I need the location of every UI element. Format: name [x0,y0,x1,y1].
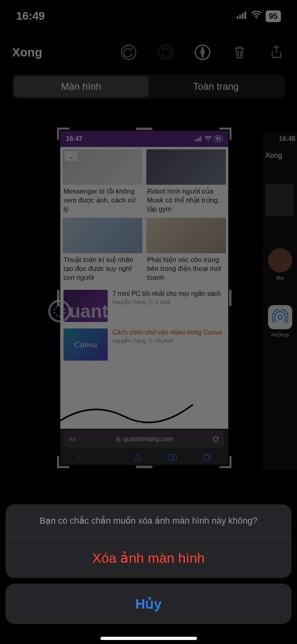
svg-rect-11 [200,136,201,141]
svg-rect-2 [242,13,244,19]
status-right: 95 [237,10,281,22]
article-caption: Messenger bị lỗi không xem được ảnh, các… [63,185,142,218]
inner-signal-icon [195,136,202,141]
forward-icon: › [105,452,108,462]
status-time: 16:49 [16,10,45,23]
lock-icon [115,436,121,442]
next-screenshot-peek[interactable]: 16:48 Xong Mẹ AirDrop [263,132,297,470]
list-time: 1 phút [155,299,170,305]
cancel-button[interactable]: Hủy [6,584,291,624]
chevron-down-icon: ⌄ [64,151,78,161]
svg-point-17 [278,315,282,319]
sheet-message: Bạn có chắc chắn muốn xóa ảnh màn hình n… [6,504,291,538]
article-thumb [146,218,226,253]
airdrop-label: AirDrop [263,332,297,338]
svg-rect-9 [197,138,198,141]
safari-toolbar: ‹ › [60,450,228,465]
url-text: quantrimang.com [123,436,173,443]
url-bar: AA quantrimang.com [64,430,224,448]
wifi-icon [251,11,262,21]
undo-icon[interactable] [120,44,137,61]
inner-status-bar: 16:47 95 [60,131,228,147]
share-icon[interactable] [268,44,285,61]
svg-rect-15 [117,439,120,441]
svg-rect-1 [239,15,241,19]
aa-button: AA [69,436,76,442]
peek-thumb [265,184,293,216]
screenshot-preview[interactable]: 16:47 95 ⌄ Messenger bị lỗi không xem đư… [60,131,228,465]
home-indicator[interactable] [100,637,197,640]
list-thumb: Canva [63,328,108,361]
segmented-control: Màn hình Toàn trang [12,74,285,99]
inner-screenshot-content: 16:47 95 ⌄ Messenger bị lỗi không xem đư… [60,131,228,465]
inner-wifi-icon [205,136,212,142]
clock-icon [148,338,153,343]
article-caption: Phát hiện xác côn trùng bên trong điện t… [146,253,226,286]
clock-icon [148,299,153,304]
svg-rect-16 [204,455,209,460]
crop-handle-bottom[interactable] [136,466,152,468]
markup-pen-icon[interactable] [194,44,211,61]
list-time: 28 phút [155,338,172,344]
delete-screenshot-button[interactable]: Xóa ảnh màn hình [6,538,291,578]
airdrop-icon [268,305,292,329]
trash-icon[interactable] [231,44,248,61]
tab-screen[interactable]: Màn hình [14,76,149,97]
list-author: Nguyễn Trang [113,299,145,305]
share-icon [133,453,142,462]
status-bar: 16:49 95 [0,0,297,32]
crop-handle-right[interactable] [229,290,231,306]
redo-icon[interactable] [157,44,174,61]
list-item: 7 mini PC tốt nhất cho mọi ngân sách Ngu… [63,287,226,325]
back-icon: ‹ [77,452,80,462]
done-button[interactable]: Xong [12,45,42,59]
crop-handle-left[interactable] [57,290,59,306]
battery-indicator: 95 [266,10,281,22]
signal-icon [237,11,247,21]
svg-rect-3 [244,12,246,19]
svg-rect-10 [199,138,200,141]
list-author: Nguyễn Trang [113,338,145,344]
inner-time: 16:47 [66,135,82,142]
svg-point-12 [207,140,209,141]
crop-handle-top[interactable] [136,128,152,130]
bookmarks-icon [168,453,177,462]
inner-safari-chrome: AA quantrimang.com ‹ › [60,429,228,465]
svg-point-4 [256,17,257,19]
reload-icon [212,436,219,443]
contact-label: Mẹ [263,275,297,281]
svg-rect-0 [237,17,238,19]
peek-done: Xong [263,146,297,160]
tabs-icon [203,453,211,462]
article-caption: Robot hình người của Musk có thể nhặt tr… [146,185,226,218]
tab-fullpage[interactable]: Toàn trang [149,76,284,97]
markup-toolbar: Xong [0,36,297,68]
article-thumb: ⌄ [63,149,142,185]
contact-avatar [268,248,292,272]
list-title: 7 mini PC tốt nhất cho mọi ngân sách [113,290,225,297]
article-thumb [63,218,142,253]
peek-time: 16:48 [263,132,297,146]
article-caption: Thuật toán trí tuệ nhân tạo đọc được suy… [63,253,142,286]
svg-rect-8 [195,140,196,141]
list-item: Canva Cách chèn chữ vào video trong Canv… [63,325,226,364]
inner-battery: 95 [214,136,223,142]
action-sheet: Bạn có chắc chắn muốn xóa ảnh màn hình n… [6,504,291,624]
article-thumb [146,149,226,185]
list-thumb [63,290,108,322]
list-title: Cách chèn chữ vào video trong Canva [113,328,225,336]
